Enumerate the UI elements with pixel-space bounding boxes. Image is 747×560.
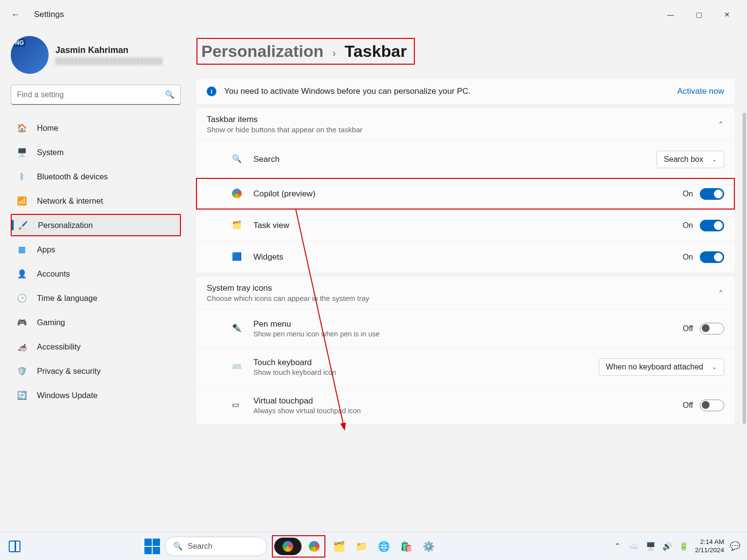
- gamepad-icon: 🎮: [17, 317, 27, 328]
- row-virtual-touchpad: ▭ Virtual touchpad Always show virtual t…: [196, 386, 735, 424]
- user-name: Jasmin Kahriman: [55, 45, 162, 55]
- nav-gaming[interactable]: 🎮Gaming: [11, 311, 181, 333]
- breadcrumb-current: Taskbar: [345, 42, 407, 61]
- nav-accessibility[interactable]: 🦽Accessibility: [11, 335, 181, 358]
- annotation-highlight-taskbar: [272, 535, 325, 558]
- copilot-toggle[interactable]: [700, 188, 724, 200]
- chevron-up-icon: ⌃: [718, 289, 724, 298]
- copilot-icon: [309, 541, 320, 552]
- copilot-icon: [283, 541, 293, 552]
- chevron-down-icon: ⌄: [712, 364, 717, 370]
- row-taskview: 🗂️ Task view On: [196, 210, 735, 241]
- title-bar: ← Settings — ▢ ✕: [0, 0, 747, 29]
- system-tray-header[interactable]: System tray icons Choose which icons can…: [196, 277, 735, 309]
- file-explorer-button[interactable]: 📁: [353, 538, 370, 555]
- accessibility-icon: 🦽: [17, 341, 27, 352]
- settings-button[interactable]: ⚙️: [420, 538, 437, 555]
- touch-keyboard-dropdown[interactable]: When no keyboard attached ⌄: [599, 358, 724, 376]
- tray-chevron-icon[interactable]: ⌃: [612, 542, 623, 551]
- row-copilot: Copilot (preview) On: [196, 178, 735, 210]
- taskbar-items-section: Taskbar items Show or hide buttons that …: [196, 107, 735, 273]
- nav-personalization[interactable]: 🖌️Personalization: [11, 214, 181, 236]
- shield-icon: 🛡️: [17, 366, 27, 376]
- activation-banner: i You need to activate Windows before yo…: [196, 78, 735, 105]
- nav-network[interactable]: 📶Network & internet: [11, 190, 181, 212]
- activate-now-link[interactable]: Activate now: [677, 87, 724, 96]
- content-area: Personalization › Taskbar i You need to …: [190, 29, 747, 532]
- minimize-button[interactable]: —: [657, 5, 685, 24]
- start-button[interactable]: [144, 539, 160, 554]
- widgets-icon: 🟦: [232, 252, 243, 262]
- accounts-icon: 👤: [17, 268, 27, 279]
- pen-menu-toggle[interactable]: [700, 323, 724, 334]
- widgets-toggle[interactable]: [700, 251, 724, 263]
- battery-tray-icon[interactable]: 🔋: [678, 542, 689, 551]
- bluetooth-icon: ᛒ: [17, 171, 27, 182]
- copilot-taskbar-button[interactable]: [274, 538, 302, 555]
- volume-tray-icon[interactable]: 🔊: [662, 542, 673, 551]
- pen-icon: ✒️: [232, 323, 243, 334]
- back-button[interactable]: ←: [6, 10, 25, 20]
- chevron-up-icon: ⌃: [718, 120, 724, 129]
- maximize-button[interactable]: ▢: [685, 5, 713, 24]
- copilot-pre-button[interactable]: [305, 538, 323, 555]
- system-icon: 🖥️: [17, 147, 27, 158]
- row-widgets: 🟦 Widgets On: [196, 241, 735, 273]
- row-search: 🔍 Search Search box ⌄: [196, 140, 735, 178]
- home-icon: 🏠: [17, 122, 27, 133]
- widgets-taskbar-button[interactable]: [9, 541, 20, 552]
- user-profile[interactable]: NG Jasmin Kahriman: [11, 36, 181, 74]
- row-touch-keyboard: ⌨️ Touch keyboard Show touch keyboard ic…: [196, 348, 735, 386]
- nav-home[interactable]: 🏠Home: [11, 117, 181, 139]
- chevron-right-icon: ›: [332, 47, 336, 60]
- update-icon: 🔄: [17, 390, 27, 401]
- taskview-taskbar-button[interactable]: 🗂️: [330, 538, 348, 555]
- row-pen-menu: ✒️ Pen menu Show pen menu icon when pen …: [196, 309, 735, 348]
- avatar: NG: [11, 36, 49, 74]
- search-icon: 🔍: [165, 90, 175, 99]
- breadcrumb-parent[interactable]: Personalization: [201, 42, 323, 61]
- nav-privacy[interactable]: 🛡️Privacy & security: [11, 360, 181, 382]
- system-tray-section: System tray icons Choose which icons can…: [196, 276, 735, 425]
- wifi-icon: 📶: [17, 195, 27, 206]
- paint-icon: 🖌️: [18, 220, 28, 230]
- taskbar-items-header[interactable]: Taskbar items Show or hide buttons that …: [196, 108, 735, 140]
- taskview-toggle[interactable]: [700, 220, 724, 231]
- taskbar-clock[interactable]: 2:14 AM 2/11/2024: [695, 538, 724, 555]
- nav-windows-update[interactable]: 🔄Windows Update: [11, 384, 181, 406]
- sidebar: NG Jasmin Kahriman 🔍 🏠Home 🖥️System ᛒBlu…: [0, 29, 190, 532]
- copilot-icon: [232, 189, 243, 199]
- activation-message: You need to activate Windows before you …: [224, 87, 670, 96]
- edge-button[interactable]: 🌐: [375, 538, 392, 555]
- info-icon: i: [207, 87, 216, 96]
- nav-bluetooth[interactable]: ᛒBluetooth & devices: [11, 165, 181, 188]
- taskbar-search[interactable]: 🔍 Search: [165, 537, 267, 556]
- window-title: Settings: [34, 10, 64, 19]
- virtual-touchpad-toggle[interactable]: [700, 400, 724, 411]
- store-button[interactable]: 🛍️: [397, 538, 415, 555]
- search-icon: 🔍: [173, 542, 183, 551]
- chevron-down-icon: ⌄: [712, 156, 717, 163]
- network-tray-icon[interactable]: 🖥️: [645, 542, 656, 551]
- nav-time-language[interactable]: 🕒Time & language: [11, 287, 181, 309]
- keyboard-icon: ⌨️: [232, 362, 243, 372]
- nav-list: 🏠Home 🖥️System ᛒBluetooth & devices 📶Net…: [11, 117, 181, 406]
- search-mode-dropdown[interactable]: Search box ⌄: [657, 151, 724, 168]
- user-email-redacted: [55, 57, 162, 65]
- windows-taskbar: 🔍 Search 🗂️ 📁 🌐 🛍️ ⚙️ ⌃ ☁️ 🖥️ 🔊 🔋 2:14 A…: [0, 532, 747, 560]
- clock-icon: 🕒: [17, 293, 27, 303]
- scrollbar[interactable]: [743, 113, 746, 424]
- close-button[interactable]: ✕: [713, 5, 741, 24]
- settings-search[interactable]: 🔍: [11, 85, 181, 105]
- apps-icon: ▦: [17, 244, 27, 255]
- nav-apps[interactable]: ▦Apps: [11, 238, 181, 261]
- nav-accounts[interactable]: 👤Accounts: [11, 262, 181, 285]
- breadcrumb: Personalization › Taskbar: [196, 38, 415, 65]
- taskview-icon: 🗂️: [232, 220, 243, 231]
- onedrive-icon[interactable]: ☁️: [629, 542, 640, 551]
- touchpad-icon: ▭: [232, 400, 243, 411]
- settings-search-input[interactable]: [17, 90, 165, 99]
- search-icon: 🔍: [232, 154, 243, 165]
- notifications-icon[interactable]: 💬: [730, 541, 740, 551]
- nav-system[interactable]: 🖥️System: [11, 141, 181, 163]
